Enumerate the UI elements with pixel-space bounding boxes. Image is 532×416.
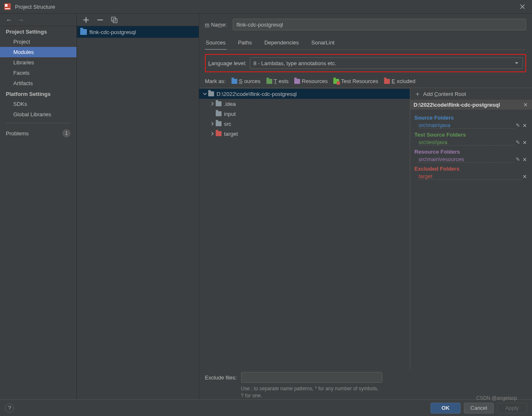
remove-content-root-icon[interactable]: ✕ [522, 102, 529, 108]
mark-tests[interactable]: TestsTests [266, 78, 289, 84]
tab-dependencies[interactable]: Dependencies [264, 38, 300, 49]
chevron-right-icon[interactable] [209, 122, 216, 125]
sidebar-item-global-libraries[interactable]: Global Libraries [0, 109, 76, 120]
window-close-button[interactable] [517, 1, 528, 12]
ok-button[interactable]: OK [431, 403, 461, 414]
tab-paths[interactable]: Paths [237, 38, 253, 49]
chevron-right-icon[interactable] [209, 132, 216, 135]
modules-column: flink-cdc-postgresql [77, 14, 199, 399]
svg-rect-1 [5, 4, 7, 7]
module-folder-icon [80, 29, 87, 35]
roots-group-item[interactable]: src\test\java✎✕ [414, 139, 528, 146]
content-tree: D:\2022\code\flink-cdc-postgresql .ideai… [199, 88, 410, 370]
app-logo-icon [4, 3, 11, 10]
exclude-files-label: Exclude files: [205, 372, 237, 381]
folder-icon [216, 101, 222, 106]
roots-group-item[interactable]: target✕ [414, 173, 528, 180]
remove-icon[interactable]: ✕ [521, 139, 528, 146]
roots-group-item[interactable]: src\main\resources✎✕ [414, 156, 528, 163]
sidebar-item-libraries[interactable]: Libraries [0, 57, 76, 68]
tabs: Sources Paths Dependencies SonarLint [205, 38, 526, 50]
sidebar-item-facets[interactable]: Facets [0, 68, 76, 78]
tree-item[interactable]: .idea [199, 99, 410, 109]
content-root-path[interactable]: D:\2022\code\flink-cdc-postgresql ✕ [410, 100, 532, 110]
exclude-files-input[interactable] [241, 372, 382, 383]
content-roots-panel: ＋ Add Content Root Add Content Root D:\2… [410, 88, 532, 370]
add-module-icon[interactable] [83, 17, 89, 23]
roots-group-header: Source Folders [414, 115, 528, 121]
tree-item[interactable]: target [199, 129, 410, 139]
problems-count-badge: 1 [62, 129, 71, 137]
edit-icon[interactable]: ✎ [515, 157, 521, 162]
mark-resources[interactable]: Resources [294, 78, 328, 84]
sidebar: ← → Project Settings Project Modules Lib… [0, 14, 77, 399]
language-level-label: Language level: [208, 60, 246, 66]
tree-item[interactable]: input [199, 109, 410, 119]
roots-group-header: Test Source Folders [414, 132, 528, 138]
nav-back-icon[interactable]: ← [6, 16, 12, 23]
problems-label: Problems [6, 130, 29, 137]
edit-icon[interactable]: ✎ [515, 139, 521, 145]
name-label: m Name:Name: [205, 22, 227, 28]
copy-module-icon[interactable] [111, 17, 118, 23]
sidebar-item-artifacts[interactable]: Artifacts [0, 78, 76, 88]
tree-item-label: input [224, 111, 236, 117]
module-name-input[interactable] [233, 19, 526, 30]
dialog-footer: ? OK Cancel Apply [0, 399, 532, 416]
sidebar-item-sdks[interactable]: SDKs [0, 99, 76, 109]
tab-sources[interactable]: Sources [205, 38, 227, 50]
language-level-select[interactable]: 8 - Lambdas, type annotations etc. [250, 57, 523, 69]
nav-forward-icon: → [18, 16, 24, 23]
sidebar-item-problems[interactable]: Problems 1 [0, 127, 76, 140]
apply-button[interactable]: Apply [497, 403, 527, 414]
edit-icon[interactable]: ✎ [515, 122, 521, 128]
roots-group-header: Excluded Folders [414, 166, 528, 172]
tree-item-label: target [224, 131, 238, 137]
sidebar-category-platform: Platform Settings [0, 88, 76, 99]
remove-icon[interactable]: ✕ [521, 157, 528, 163]
roots-item-label: target [419, 173, 521, 180]
content-root-path-label: D:\2022\code\flink-cdc-postgresql [414, 102, 522, 108]
detail-panel: m Name:Name: Sources Paths Dependencies … [199, 14, 532, 399]
sidebar-item-modules[interactable]: Modules [0, 47, 76, 57]
roots-group-item[interactable]: src\main\java✎✕ [414, 122, 528, 129]
exclude-files-hint: Use ; to separate name patterns, * for a… [241, 385, 382, 399]
folder-test-icon [266, 79, 272, 84]
remove-module-icon[interactable] [97, 17, 103, 23]
tree-root[interactable]: D:\2022\code\flink-cdc-postgresql [199, 89, 410, 99]
folder-resource-icon [294, 79, 300, 84]
window-title: Project Structure [15, 4, 55, 10]
sidebar-category-project: Project Settings [0, 26, 76, 37]
cancel-button[interactable]: Cancel [464, 403, 494, 414]
sidebar-separator [6, 123, 71, 123]
tab-sonarlint[interactable]: SonarLint [310, 38, 335, 49]
mark-as-label: Mark as: [205, 78, 226, 84]
watermark: CSDN @angelasp [476, 395, 517, 401]
mark-excluded[interactable]: ExcludedExcluded [384, 78, 415, 84]
remove-icon[interactable]: ✕ [521, 122, 528, 129]
svg-rect-2 [5, 8, 10, 9]
language-level-value: 8 - Lambdas, type annotations etc. [254, 60, 336, 66]
titlebar: Project Structure [0, 0, 532, 14]
help-button[interactable]: ? [5, 404, 14, 413]
tree-root-label: D:\2022\code\flink-cdc-postgresql [217, 91, 297, 97]
folder-source-icon [232, 79, 237, 84]
roots-item-label: src\main\resources [419, 156, 515, 163]
module-entry-label: flink-cdc-postgresql [89, 29, 136, 35]
roots-item-label: src\test\java [419, 139, 515, 146]
modules-toolbar [77, 14, 199, 26]
language-level-highlight: Language level: Language level: 8 - Lamb… [205, 54, 526, 72]
chevron-right-icon[interactable] [209, 102, 216, 105]
remove-icon[interactable]: ✕ [521, 174, 528, 180]
mark-sources[interactable]: SourcesSources [232, 78, 261, 84]
add-content-root-button[interactable]: ＋ Add Content Root Add Content Root [410, 88, 532, 100]
chevron-down-icon[interactable] [202, 92, 208, 95]
tree-item-label: .idea [224, 101, 236, 107]
tree-item[interactable]: src [199, 119, 410, 129]
folder-excluded-icon [216, 131, 222, 136]
plus-icon: ＋ [414, 90, 421, 98]
module-entry[interactable]: flink-cdc-postgresql [77, 26, 199, 38]
mark-test-resources[interactable]: Test Resources [333, 78, 378, 84]
sidebar-item-project[interactable]: Project [0, 37, 76, 47]
folder-icon [216, 121, 222, 126]
